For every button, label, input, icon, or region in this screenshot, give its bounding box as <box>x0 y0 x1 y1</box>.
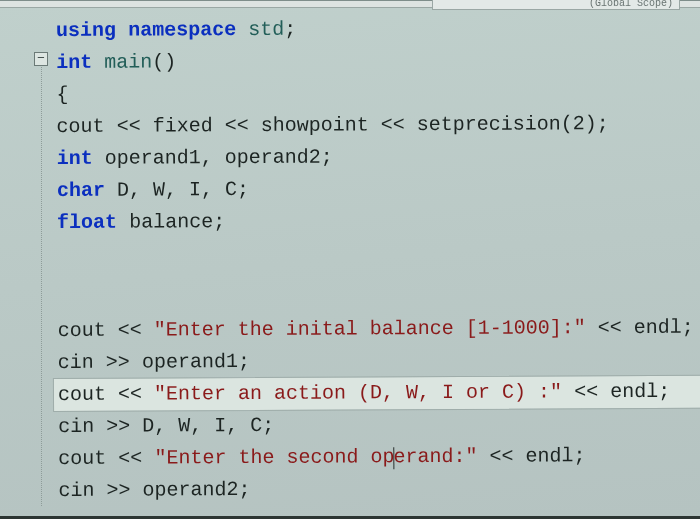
keyword: char <box>57 179 105 202</box>
code-line[interactable]: using namespace std; <box>56 12 696 47</box>
keyword: float <box>57 211 117 234</box>
string-literal: "Enter the second op <box>154 445 394 469</box>
keyword: using <box>56 19 116 42</box>
operator: >> <box>106 479 130 502</box>
operator: << <box>117 115 141 138</box>
string-literal: "Enter an action (D, W, I or C) :" <box>154 380 562 405</box>
scope-label: (Global Scope) <box>589 0 673 9</box>
code-line[interactable]: cout << "Enter the inital balance [1-100… <box>58 312 698 347</box>
code-line[interactable]: int operand1, operand2; <box>57 140 697 175</box>
code-area[interactable]: using namespace std; int main() { cout <… <box>56 12 699 507</box>
operator: << <box>574 380 598 403</box>
string-literal: "Enter the inital balance [1-1000]:" <box>154 316 586 341</box>
operator: << <box>118 319 142 342</box>
editor-pane[interactable]: (Global Scope) − using namespace std; in… <box>0 0 700 519</box>
keyword: int <box>56 51 92 74</box>
code-line-highlighted[interactable]: cout << "Enter an action (D, W, I or C) … <box>54 376 700 411</box>
scope-dropdown[interactable]: (Global Scope) <box>432 0 680 10</box>
fold-guide <box>41 67 42 506</box>
identifier: std <box>248 18 284 41</box>
code-line[interactable]: cout << "Enter the second operand:" << e… <box>58 440 698 475</box>
code-line[interactable]: cout << fixed << showpoint << setprecisi… <box>57 108 697 143</box>
keyword: namespace <box>128 18 236 42</box>
blank-line[interactable] <box>57 236 697 271</box>
operator: << <box>381 113 405 136</box>
operator: << <box>118 447 142 470</box>
code-line[interactable]: cin >> operand1; <box>58 344 698 379</box>
code-line[interactable]: cin >> operand2; <box>58 472 698 507</box>
function-name: main <box>104 50 152 73</box>
code-line[interactable]: float balance; <box>57 204 697 239</box>
code-line[interactable]: int main() <box>56 44 696 79</box>
code-line[interactable]: char D, W, I, C; <box>57 172 697 207</box>
number-literal: 2 <box>573 112 585 135</box>
operator: >> <box>106 351 130 374</box>
operator: >> <box>106 415 130 438</box>
keyword: int <box>57 147 93 170</box>
code-line[interactable]: { <box>56 76 696 111</box>
fold-toggle[interactable]: − <box>34 52 48 66</box>
brace-open: { <box>56 83 68 106</box>
operator: << <box>489 445 513 468</box>
operator: << <box>118 383 142 406</box>
operator: << <box>225 114 249 137</box>
operator: << <box>598 316 622 339</box>
code-line[interactable]: cin >> D, W, I, C; <box>58 408 698 443</box>
blank-line[interactable] <box>57 268 697 303</box>
